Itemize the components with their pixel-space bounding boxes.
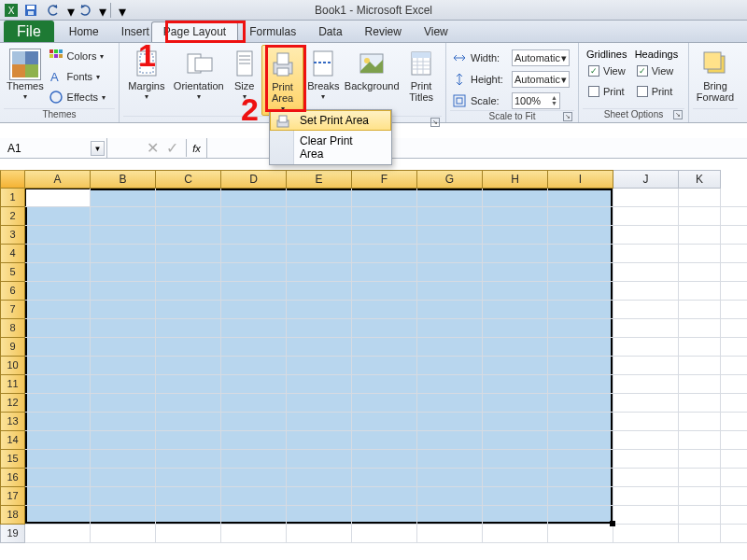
headings-view-check[interactable]: ✓View bbox=[635, 62, 676, 80]
row-header[interactable]: 12 bbox=[0, 394, 25, 413]
scale-label: Scale: bbox=[471, 95, 508, 106]
qat-dd-1[interactable]: ▾ bbox=[67, 3, 71, 18]
page-setup-launcher-icon[interactable]: ↘ bbox=[430, 118, 440, 127]
app-icon: X bbox=[4, 3, 19, 18]
tab-insert[interactable]: Insert bbox=[110, 22, 151, 42]
row-header[interactable]: 4 bbox=[0, 245, 25, 263]
cells-area[interactable] bbox=[25, 189, 747, 543]
row-header[interactable]: 2 bbox=[0, 207, 25, 226]
column-header[interactable]: C bbox=[156, 170, 221, 189]
row-header[interactable]: 14 bbox=[0, 431, 25, 450]
themes-button[interactable]: Themes▾ bbox=[4, 45, 47, 103]
tab-formulas[interactable]: Formulas bbox=[238, 22, 307, 42]
print-titles-icon bbox=[406, 49, 436, 78]
column-header[interactable]: G bbox=[417, 170, 483, 189]
column-header[interactable]: B bbox=[91, 170, 156, 189]
breaks-button[interactable]: Breaks▾ bbox=[303, 45, 343, 103]
row-header[interactable]: 18 bbox=[0, 506, 25, 525]
orientation-label: Orientation bbox=[174, 80, 224, 91]
effects-button[interactable]: Effects ▾ bbox=[47, 88, 115, 106]
redo-icon[interactable] bbox=[77, 2, 93, 19]
scale-launcher-icon[interactable]: ↘ bbox=[563, 112, 572, 121]
customize-qat-icon[interactable]: ▾ bbox=[119, 3, 122, 18]
background-icon bbox=[357, 49, 387, 78]
row-header[interactable]: 7 bbox=[0, 301, 25, 319]
column-header[interactable]: H bbox=[483, 170, 548, 189]
size-button[interactable]: Size▾ bbox=[228, 45, 261, 103]
height-input[interactable]: Automatic▾ bbox=[512, 71, 570, 88]
size-label: Size bbox=[234, 80, 254, 91]
tab-view[interactable]: View bbox=[413, 22, 459, 42]
menu-set-print-area[interactable]: Set Print Area bbox=[270, 110, 391, 131]
margins-button[interactable]: Margins▾ bbox=[123, 45, 170, 103]
margins-label: Margins bbox=[128, 80, 164, 91]
row-header[interactable]: 6 bbox=[0, 282, 25, 301]
column-header[interactable]: K bbox=[679, 170, 721, 189]
column-header[interactable]: I bbox=[548, 170, 613, 189]
svg-rect-20 bbox=[277, 68, 289, 76]
qat-dd-2[interactable]: ▾ bbox=[99, 3, 103, 18]
column-header[interactable]: E bbox=[287, 170, 352, 189]
insert-function-button[interactable]: fx bbox=[187, 138, 207, 158]
fill-handle[interactable] bbox=[610, 521, 615, 526]
group-scale-label: Scale to Fit↘ bbox=[450, 110, 574, 122]
name-box-value: A1 bbox=[7, 142, 21, 155]
colors-button[interactable]: Colors ▾ bbox=[47, 47, 115, 65]
undo-icon[interactable] bbox=[45, 2, 62, 19]
gridlines-print-check[interactable]: Print bbox=[586, 82, 627, 101]
scale-input[interactable]: 100%▲▼ bbox=[512, 92, 560, 109]
row-header[interactable]: 17 bbox=[0, 487, 25, 506]
group-sheet-label: Sheet Options↘ bbox=[583, 108, 684, 122]
select-all-button[interactable] bbox=[0, 170, 25, 189]
fonts-button[interactable]: AFonts ▾ bbox=[47, 67, 115, 86]
row-header[interactable]: 19 bbox=[0, 525, 25, 543]
sheet-launcher-icon[interactable]: ↘ bbox=[673, 110, 683, 119]
row-header[interactable]: 8 bbox=[0, 319, 25, 338]
row-header[interactable]: 15 bbox=[0, 450, 25, 469]
name-box[interactable]: A1 ▼ bbox=[0, 138, 107, 158]
group-arrange: Bring Forward bbox=[689, 43, 741, 122]
bring-forward-button[interactable]: Bring Forward bbox=[693, 45, 738, 103]
orientation-button[interactable]: Orientation▾ bbox=[170, 45, 228, 103]
svg-rect-16 bbox=[195, 58, 212, 71]
row-header[interactable]: 5 bbox=[0, 263, 25, 282]
column-header[interactable]: J bbox=[613, 170, 679, 189]
menu-clear-print-area[interactable]: Clear Print Area bbox=[270, 131, 391, 164]
background-button[interactable]: Background bbox=[343, 45, 401, 91]
row-header[interactable]: 11 bbox=[0, 375, 25, 394]
margins-icon bbox=[132, 49, 162, 78]
row-header[interactable]: 3 bbox=[0, 226, 25, 245]
tab-home[interactable]: Home bbox=[58, 22, 110, 42]
fonts-icon: A bbox=[49, 69, 63, 84]
tab-data[interactable]: Data bbox=[307, 22, 353, 42]
scale-row: Scale:100%▲▼ bbox=[450, 91, 574, 110]
row-header[interactable]: 13 bbox=[0, 413, 25, 431]
print-area-button[interactable]: Print Area▾ bbox=[261, 45, 304, 116]
column-header[interactable]: A bbox=[25, 170, 91, 189]
tab-file[interactable]: File bbox=[4, 21, 54, 42]
row-header[interactable]: 16 bbox=[0, 469, 25, 487]
headings-print-check[interactable]: Print bbox=[635, 82, 675, 101]
enter-icon[interactable]: ✓ bbox=[162, 139, 182, 157]
breaks-label: Breaks bbox=[307, 80, 339, 91]
row-header[interactable]: 10 bbox=[0, 357, 25, 375]
svg-rect-3 bbox=[27, 6, 35, 9]
column-header[interactable]: D bbox=[221, 170, 287, 189]
row-header[interactable]: 9 bbox=[0, 338, 25, 357]
name-box-dropdown-icon[interactable]: ▼ bbox=[91, 141, 105, 156]
ribbon-tabs: File Home Insert Page Layout Formulas Da… bbox=[0, 21, 747, 43]
headings-header: Headings bbox=[635, 49, 678, 60]
tab-page-layout[interactable]: Page Layout bbox=[151, 21, 238, 42]
bring-forward-label: Bring Forward bbox=[697, 80, 734, 103]
gridlines-view-check[interactable]: ✓View bbox=[586, 62, 627, 80]
row-header[interactable]: 1 bbox=[0, 189, 25, 207]
save-icon[interactable] bbox=[22, 2, 39, 19]
width-input[interactable]: Automatic▾ bbox=[512, 49, 570, 66]
column-header[interactable]: F bbox=[352, 170, 417, 189]
tab-review[interactable]: Review bbox=[354, 22, 413, 42]
worksheet-grid: ABCDEFGHIJK 1234567891011121314151617181… bbox=[0, 170, 747, 543]
print-titles-button[interactable]: Print Titles bbox=[401, 45, 442, 103]
cancel-icon[interactable]: ✕ bbox=[143, 139, 162, 157]
set-print-area-icon bbox=[275, 114, 290, 129]
print-titles-label: Print Titles bbox=[409, 80, 433, 103]
